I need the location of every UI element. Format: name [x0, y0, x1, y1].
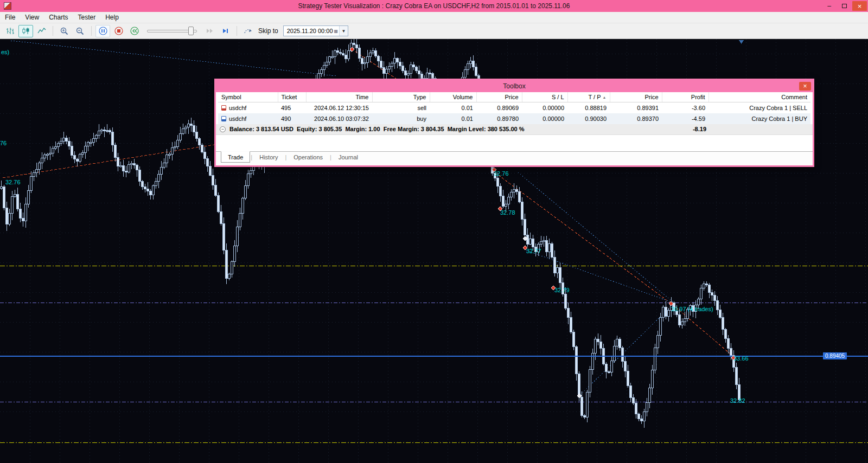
skip-to-icon: [244, 27, 253, 35]
toolbox-close-button[interactable]: ×: [799, 82, 811, 91]
pause-icon: [99, 27, 107, 35]
window-title: Strategy Tester Visualization : Crazy Co…: [0, 2, 868, 10]
trade-row-sell[interactable]: usdchf 495 2024.06.12 12:30:15 sell 0.01…: [218, 102, 810, 113]
sort-ascending-icon: ▲: [603, 95, 607, 99]
fast-forward-icon: [206, 28, 214, 34]
zoom-out-button[interactable]: [73, 25, 87, 37]
skip-to-date-input[interactable]: 2025.11.20 00:00 ▦ ▼: [283, 25, 348, 36]
toolbox-empty-area: [216, 135, 813, 151]
chart-price-annotation: 30.97 (4 trades): [671, 306, 713, 312]
tab-trade[interactable]: Trade: [221, 151, 250, 163]
tab-operations[interactable]: Operations: [287, 152, 329, 162]
chart-price-annotation: 32.79: [554, 287, 570, 293]
chart-price-annotation: es): [1, 49, 9, 55]
skip-to-end-icon: [221, 28, 230, 34]
toolbar-separator: [53, 26, 53, 36]
toolbox-window: Toolbox × Symbol Ticket Time Type Volume: [214, 79, 814, 167]
trades-table: Symbol Ticket Time Type Volume Price S /…: [218, 92, 810, 124]
line-chart-icon: [37, 27, 46, 35]
bar-chart-button[interactable]: [3, 25, 17, 37]
toolbox-title: Toolbox: [503, 82, 525, 90]
maximize-button[interactable]: [837, 1, 852, 11]
chart-price-annotation: 32.76: [5, 179, 21, 185]
zoom-out-icon: [76, 27, 85, 35]
col-comment[interactable]: Comment: [709, 92, 810, 102]
minimize-button[interactable]: –: [822, 1, 837, 11]
stop-button[interactable]: [111, 25, 126, 37]
skip-to-button[interactable]: [241, 25, 256, 37]
collapse-icon[interactable]: −: [220, 126, 226, 132]
toolbox-body: Symbol Ticket Time Type Volume Price S /…: [216, 92, 813, 165]
menu-view[interactable]: View: [20, 12, 44, 23]
trade-row-buy[interactable]: usdchf 490 2024.06.10 03:07:32 buy 0.01 …: [218, 113, 810, 124]
zoom-in-button[interactable]: [57, 25, 72, 37]
menu-tester[interactable]: Tester: [73, 12, 100, 23]
pause-button[interactable]: [95, 25, 110, 37]
menu-help[interactable]: Help: [100, 12, 124, 23]
col-price[interactable]: Price: [476, 92, 522, 102]
chart-price-annotation: 32.76: [494, 170, 509, 177]
col-ticket[interactable]: Ticket: [278, 92, 306, 102]
date-dropdown-button[interactable]: ▼: [339, 26, 348, 36]
col-price-current[interactable]: Price: [610, 92, 662, 102]
toolbar: Skip to 2025.11.20 00:00 ▦ ▼: [0, 23, 868, 39]
chart-price-annotation: 76: [0, 140, 7, 146]
buy-position-icon: [221, 116, 226, 121]
trades-header-row: Symbol Ticket Time Type Volume Price S /…: [218, 92, 810, 102]
col-profit[interactable]: Profit: [662, 92, 709, 102]
col-type[interactable]: Type: [372, 92, 430, 102]
toolbox-titlebar[interactable]: Toolbox ×: [216, 80, 813, 92]
skip-to-date-value: 2025.11.20 00:00: [287, 28, 333, 34]
line-chart-button[interactable]: [34, 25, 49, 37]
menu-file[interactable]: File: [0, 12, 20, 23]
current-price-label: 0.89405: [823, 352, 847, 359]
bar-chart-icon: [6, 27, 15, 35]
chart-price-annotation: 32.77: [526, 248, 541, 254]
toolbox-tabs: Trade | History | Operations | Journal: [216, 151, 813, 165]
speed-slider[interactable]: [147, 26, 197, 36]
col-volume[interactable]: Volume: [430, 92, 476, 102]
candlestick-chart-icon: [22, 27, 30, 35]
menu-charts[interactable]: Charts: [44, 12, 73, 23]
fast-forward-button[interactable]: [202, 25, 217, 37]
col-sl[interactable]: S / L: [522, 92, 567, 102]
skip-to-end-button[interactable]: [218, 25, 233, 37]
toolbar-separator: [237, 26, 237, 36]
stop-icon: [114, 27, 123, 35]
tab-journal[interactable]: Journal: [332, 152, 365, 162]
total-profit-value: -8.19: [693, 126, 706, 132]
menu-bar: File View Charts Tester Help: [0, 12, 868, 23]
close-button[interactable]: ×: [852, 1, 867, 11]
date-spinner-icon[interactable]: ▦: [333, 26, 340, 36]
rewind-button[interactable]: [127, 25, 142, 37]
maximize-icon: [842, 4, 847, 8]
chart-area[interactable]: es)7632.7632.7632.7832.7732.7930.97 (4 t…: [0, 39, 868, 463]
col-time[interactable]: Time: [306, 92, 372, 102]
chart-price-annotation: 33.66: [733, 355, 749, 362]
chart-price-annotation: 32.78: [500, 209, 515, 216]
slider-thumb[interactable]: [188, 27, 194, 35]
toolbar-separator: [91, 26, 92, 36]
sell-position-icon: [221, 105, 226, 111]
zoom-in-icon: [60, 27, 69, 35]
col-tp[interactable]: T / P▲: [567, 92, 610, 102]
candlestick-chart-button[interactable]: [18, 25, 33, 37]
title-bar: Strategy Tester Visualization : Crazy Co…: [0, 0, 868, 12]
rewind-icon: [130, 27, 139, 35]
col-symbol[interactable]: Symbol: [218, 92, 278, 102]
window-controls: – ×: [822, 1, 867, 11]
tab-history[interactable]: History: [253, 152, 284, 162]
account-summary-row: − Balance: 3 813.54 USD Equity: 3 805.35…: [216, 124, 813, 135]
skip-to-label: Skip to: [258, 27, 278, 35]
chart-price-annotation: 32.82: [730, 397, 745, 404]
account-summary-text: Balance: 3 813.54 USD Equity: 3 805.35 M…: [229, 126, 525, 132]
